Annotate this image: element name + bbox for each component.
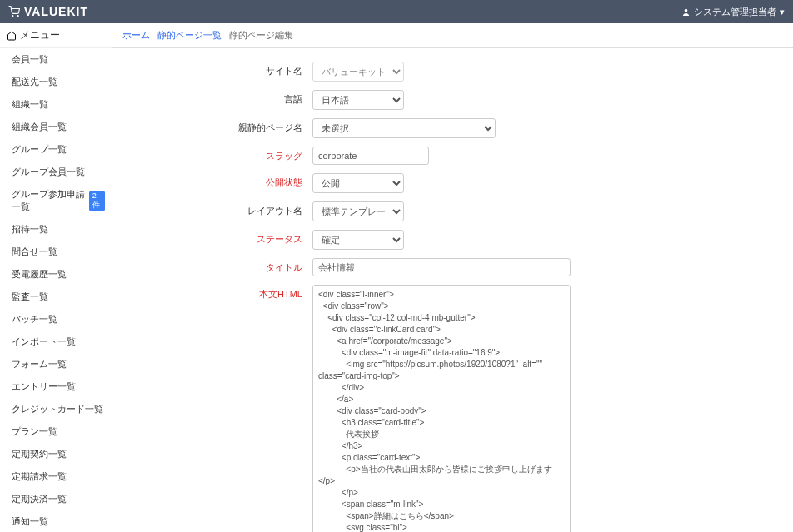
user-label: システム管理担当者 xyxy=(694,6,776,18)
svg-point-2 xyxy=(685,8,688,12)
label-title: タイトル xyxy=(112,258,312,274)
breadcrumb-home[interactable]: ホーム xyxy=(122,30,150,40)
svg-point-0 xyxy=(12,16,13,17)
sidebar-item[interactable]: 定期請求一覧 xyxy=(0,465,112,488)
sidebar-item[interactable]: 通知一覧 xyxy=(0,510,112,532)
sidebar-item[interactable]: インポート一覧 xyxy=(0,331,112,353)
sidebar-item[interactable]: 招待一覧 xyxy=(0,218,112,241)
sidebar-item[interactable]: 問合せ一覧 xyxy=(0,241,112,263)
input-title[interactable] xyxy=(312,258,571,276)
input-slug[interactable] xyxy=(312,147,429,165)
breadcrumb: ホーム 静的ページ一覧 静的ページ編集 xyxy=(112,23,793,48)
sidebar-header-menu: メニュー xyxy=(0,23,112,48)
sidebar-item[interactable]: グループ一覧 xyxy=(0,138,112,161)
breadcrumb-current: 静的ページ編集 xyxy=(229,30,293,40)
select-publish[interactable]: 公開 xyxy=(312,173,404,193)
home-icon xyxy=(7,31,17,41)
sidebar-item[interactable]: 会員一覧 xyxy=(0,48,112,71)
sidebar-item[interactable]: 監査一覧 xyxy=(0,286,112,308)
sidebar-item[interactable]: プラン一覧 xyxy=(0,420,112,443)
label-site: サイト名 xyxy=(112,62,312,77)
select-status[interactable]: 確定 xyxy=(312,230,404,250)
user-menu[interactable]: システム管理担当者 ▾ xyxy=(681,6,785,18)
label-parent: 親静的ページ名 xyxy=(112,118,312,134)
label-layout: レイアウト名 xyxy=(112,201,312,217)
select-parent[interactable]: 未選択 xyxy=(312,118,496,138)
badge: 2件 xyxy=(89,191,105,211)
sidebar-item[interactable]: エントリー一覧 xyxy=(0,375,112,398)
sidebar-item[interactable]: バッチ一覧 xyxy=(0,308,112,331)
sidebar-item[interactable]: 配送先一覧 xyxy=(0,71,112,93)
sidebar-item[interactable]: 組織会員一覧 xyxy=(0,116,112,138)
select-site[interactable]: バリューキット xyxy=(312,62,404,82)
sidebar-item[interactable]: クレジットカード一覧 xyxy=(0,398,112,420)
sidebar-item[interactable]: フォーム一覧 xyxy=(0,353,112,375)
brand: VALUEKIT xyxy=(8,5,88,18)
svg-point-1 xyxy=(17,16,18,17)
user-icon xyxy=(681,7,691,17)
sidebar-item[interactable]: グループ会員一覧 xyxy=(0,161,112,183)
sidebar-item[interactable]: 組織一覧 xyxy=(0,93,112,116)
breadcrumb-list[interactable]: 静的ページ一覧 xyxy=(157,30,222,40)
label-lang: 言語 xyxy=(112,90,312,106)
select-layout[interactable]: 標準テンプレート xyxy=(312,201,404,221)
sidebar-item[interactable]: 定期契約一覧 xyxy=(0,443,112,465)
textarea-body[interactable]: <div class="l-inner"> <div class="row"> … xyxy=(312,285,571,532)
label-body: 本文HTML xyxy=(112,285,312,301)
label-slug: スラッグ xyxy=(112,147,312,162)
cart-icon xyxy=(8,6,20,17)
label-publish: 公開状態 xyxy=(112,173,312,189)
sidebar-item[interactable]: 受電履歴一覧 xyxy=(0,263,112,286)
caret-down-icon: ▾ xyxy=(780,7,785,17)
sidebar: メニュー 会員一覧配送先一覧組織一覧組織会員一覧グループ一覧グループ会員一覧 グ… xyxy=(0,23,112,532)
sidebar-item[interactable]: 定期決済一覧 xyxy=(0,488,112,510)
label-status: ステータス xyxy=(112,230,312,246)
sidebar-item-group-apply[interactable]: グループ参加申請一覧 2件 xyxy=(0,183,112,218)
select-lang[interactable]: 日本語 xyxy=(312,90,404,110)
